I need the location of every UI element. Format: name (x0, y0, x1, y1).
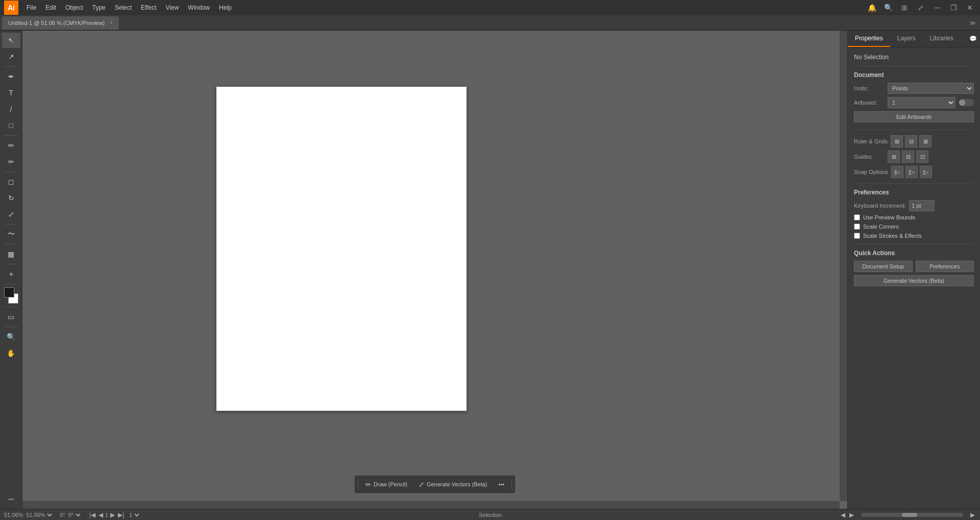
change-screen-mode-btn[interactable]: ▭ (2, 309, 20, 325)
pencil-icon: ✏ (365, 481, 371, 488)
tab-layers[interactable]: Layers (890, 31, 923, 47)
draw-pencil-label: Draw (Pencil) (374, 481, 407, 487)
document-setup-btn[interactable]: Document Setup (854, 261, 913, 272)
guides-icon-3[interactable]: ⊡ (916, 151, 928, 163)
next-view-btn[interactable]: ▶ (848, 511, 855, 518)
menu-effect[interactable]: Effect (137, 2, 160, 13)
snap-icon-1[interactable]: |▷ (891, 166, 903, 178)
document-tab[interactable]: Untitled-1 @ 51.06 % (CMYK/Preview) × (2, 16, 119, 30)
previous-view-btn[interactable]: ◀ (840, 511, 846, 518)
tab-libraries[interactable]: Libraries (923, 31, 961, 47)
panel-collapse-btn[interactable]: ≫ (967, 17, 978, 29)
canvas-scrollbar-vertical[interactable] (840, 31, 847, 501)
shape-tool-btn[interactable]: □ (2, 118, 20, 133)
paintbrush-tool-btn[interactable]: ✏ (2, 138, 20, 153)
guides-icon-1[interactable]: ⊞ (888, 151, 900, 163)
document-section-title: Document (854, 71, 974, 79)
grid-icon-btn[interactable]: ⊟ (905, 135, 917, 147)
preferences-btn[interactable]: Preferences (916, 261, 974, 272)
selection-tool-btn[interactable]: ↖ (2, 33, 20, 48)
ruler-icon-btn[interactable]: ⊞ (891, 135, 903, 147)
eraser-tool-btn[interactable]: ◻ (2, 174, 20, 189)
canvas-area[interactable]: ✏ Draw (Pencil) ⤢ Generate Vectors (Beta… (22, 31, 847, 509)
snap-icons: |▷ |▷ |▷ (891, 166, 932, 178)
warp-tool-btn[interactable]: 〜 (2, 227, 20, 242)
canvas-scrollbar-horizontal[interactable] (22, 501, 840, 509)
document-tab-close[interactable]: × (110, 20, 113, 26)
selection-status-label: Selection (479, 512, 502, 518)
zoom-tool-btn[interactable]: 🔍 (2, 329, 20, 344)
notifications-icon[interactable]: 🔔 (866, 2, 878, 14)
last-artboard-btn[interactable]: ▶| (117, 511, 125, 518)
artboard (216, 87, 467, 411)
rotate-tool-btn[interactable]: ↻ (2, 190, 20, 206)
edit-artboards-btn[interactable]: Edit Artboards (854, 111, 974, 122)
minimize-icon[interactable]: ─ (931, 2, 943, 14)
more-tools-btn[interactable]: ••• (2, 491, 20, 507)
menu-help[interactable]: Help (215, 2, 236, 13)
scroll-right-btn[interactable]: ▶ (969, 511, 976, 518)
foreground-color[interactable] (4, 287, 14, 298)
artboard-select-status[interactable]: 1 (127, 511, 141, 518)
main-area: ↖ ↗ ✒ T / □ ✏ ✏ ◻ ↻ ⤢ 〜 ▦ ⌖ ▭ 🔍 ✋ ••• (0, 31, 980, 509)
zoom-select[interactable]: 51.06% 25% 50% 100% 200% (24, 511, 54, 518)
pen-tool-btn[interactable]: ✒ (2, 69, 20, 84)
search-icon[interactable]: 🔍 (882, 2, 894, 14)
pencil-tool-btn[interactable]: ✏ (2, 154, 20, 169)
menu-window[interactable]: Window (184, 2, 214, 13)
artboard-row: Artboard: 1 (854, 97, 974, 108)
prev-artboard-btn[interactable]: ◀ (97, 511, 104, 518)
first-artboard-btn[interactable]: |◀ (88, 511, 96, 518)
workspaces-icon[interactable]: ⊞ (898, 2, 911, 14)
menu-file[interactable]: File (22, 2, 40, 13)
menu-bar-right: 🔔 🔍 ⊞ ⤢ ─ ❐ ✕ (866, 2, 976, 14)
document-tab-title: Untitled-1 @ 51.06 % (CMYK/Preview) (8, 20, 105, 26)
use-preview-bounds-label: Use Preview Bounds (863, 214, 915, 220)
scale-tool-btn[interactable]: ⤢ (2, 207, 20, 222)
line-tool-btn[interactable]: / (2, 102, 20, 117)
text-tool-btn[interactable]: T (2, 85, 20, 101)
more-options-icon: ••• (499, 481, 505, 487)
use-preview-bounds-checkbox[interactable] (854, 214, 860, 220)
restore-icon[interactable]: ❐ (947, 2, 960, 14)
close-icon[interactable]: ✕ (964, 2, 976, 14)
pixel-grid-icon-btn[interactable]: ⊠ (919, 135, 932, 147)
menu-object[interactable]: Object (61, 2, 87, 13)
tab-properties[interactable]: Properties (848, 31, 890, 47)
menu-edit[interactable]: Edit (41, 2, 60, 13)
keyboard-increment-input[interactable] (909, 200, 935, 211)
color-boxes[interactable] (2, 286, 20, 305)
bottom-hud: ✏ Draw (Pencil) ⤢ Generate Vectors (Beta… (354, 475, 516, 493)
generate-vectors-hud-btn[interactable]: ⤢ Generate Vectors (Beta) (413, 479, 493, 490)
units-row: Units: Points Pixels Inches Millimeters … (854, 83, 974, 94)
guides-icon-2[interactable]: ⊟ (902, 151, 914, 163)
rotation-display: 0° 0° (60, 511, 82, 518)
draw-pencil-btn[interactable]: ✏ Draw (Pencil) (360, 479, 412, 490)
units-select[interactable]: Points Pixels Inches Millimeters Centime… (888, 83, 974, 94)
menu-select[interactable]: Select (111, 2, 136, 13)
rotation-select[interactable]: 0° (66, 511, 82, 518)
scale-strokes-checkbox[interactable] (854, 233, 860, 239)
artboard-select[interactable]: 1 (888, 97, 955, 108)
snap-icon-2[interactable]: |▷ (905, 166, 918, 178)
tool-separator-2 (4, 135, 18, 136)
generate-vectors-btn[interactable]: Generate Vectors (Beta) (854, 275, 974, 286)
artboard-number: 1 (105, 512, 108, 518)
snap-icon-3[interactable]: |▷ (920, 166, 932, 178)
artboard-toggle[interactable] (959, 99, 974, 106)
menu-view[interactable]: View (162, 2, 183, 13)
panel-chat-icon[interactable]: 💬 (966, 31, 980, 47)
hand-tool-btn[interactable]: ✋ (2, 345, 20, 361)
direct-selection-tool-btn[interactable]: ↗ (2, 49, 20, 64)
quick-actions-title: Quick Actions (854, 250, 974, 257)
scale-corners-checkbox[interactable] (854, 224, 860, 230)
tab-bar: Untitled-1 @ 51.06 % (CMYK/Preview) × ≫ (0, 15, 980, 31)
lasso-tool-btn[interactable]: ⌖ (2, 266, 20, 282)
scroll-track[interactable] (861, 513, 963, 517)
divider-1 (854, 66, 974, 66)
fullscreen-icon[interactable]: ⤢ (915, 2, 927, 14)
next-artboard-btn[interactable]: ▶ (109, 511, 116, 518)
graph-tool-btn[interactable]: ▦ (2, 246, 20, 262)
menu-type[interactable]: Type (88, 2, 110, 13)
more-options-btn[interactable]: ••• (494, 479, 510, 489)
